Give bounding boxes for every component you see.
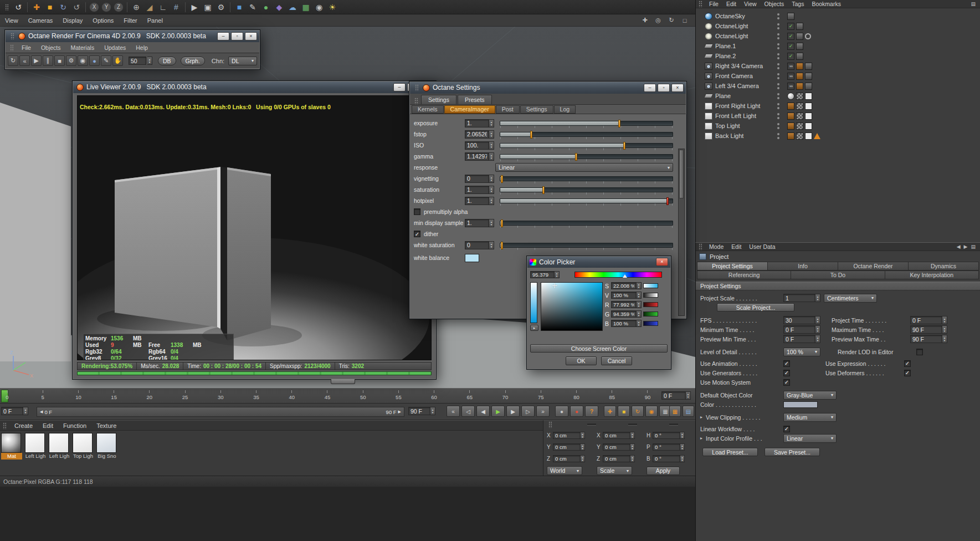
coordinate-system-icon[interactable]: ⊕: [130, 1, 143, 13]
current-frame-input[interactable]: [661, 391, 686, 400]
response-dropdown[interactable]: Linear: [495, 163, 673, 172]
timeline-start-input[interactable]: [1, 407, 23, 415]
material-thumbnail[interactable]: [49, 433, 69, 453]
layout-button[interactable]: ▤: [683, 406, 694, 417]
menu-file[interactable]: File: [17, 44, 36, 51]
preview-min-time-stepper[interactable]: [815, 335, 820, 343]
visibility-dots-icon[interactable]: [777, 113, 780, 120]
visibility-dots-icon[interactable]: [777, 53, 780, 60]
close-button[interactable]: [671, 84, 684, 92]
white-balance-swatch[interactable]: [465, 254, 479, 262]
lock-x-icon[interactable]: X: [89, 2, 99, 12]
play-button[interactable]: ▶: [491, 406, 505, 417]
samples-input[interactable]: [129, 57, 146, 65]
ok-button[interactable]: OK: [566, 356, 597, 365]
color-value-input[interactable]: [530, 271, 555, 278]
hotpixel-slider[interactable]: [500, 198, 673, 203]
octane-tag-icon[interactable]: [787, 13, 794, 20]
render-picture-icon[interactable]: ▣: [201, 1, 214, 13]
cube-icon[interactable]: ■: [233, 1, 246, 13]
size-y-stepper[interactable]: [630, 443, 635, 451]
visibility-dots-icon[interactable]: [777, 23, 780, 30]
move-tool-icon[interactable]: ✚: [30, 1, 43, 13]
menu-texture[interactable]: Texture: [91, 422, 121, 429]
minimize-button[interactable]: [217, 32, 229, 40]
fstop-stepper[interactable]: [489, 130, 494, 139]
octane-tag-icon[interactable]: [796, 23, 803, 30]
menu-view[interactable]: View: [0, 17, 23, 24]
expand-arrow-icon[interactable]: [700, 436, 706, 441]
coordinate-mode-dropdown[interactable]: World: [547, 466, 582, 475]
disabled-icon[interactable]: [787, 63, 794, 70]
material-tag-icon[interactable]: [805, 93, 812, 100]
record-parameter-toggle[interactable]: ◉: [645, 406, 658, 417]
use-expression-checkbox[interactable]: [904, 360, 911, 367]
rotation-b-input[interactable]: [653, 455, 680, 462]
pause-button[interactable]: ∥: [43, 55, 53, 66]
iso-input[interactable]: [465, 141, 489, 150]
object-row[interactable]: Plane.1: [696, 41, 980, 51]
graph-button[interactable]: Grph.: [181, 57, 205, 65]
position-x-input[interactable]: [553, 432, 581, 439]
tab-dynamics[interactable]: Dynamics: [909, 262, 979, 270]
menu-objects[interactable]: Objects: [761, 1, 788, 7]
vignetting-stepper[interactable]: [489, 175, 494, 183]
pan-view-icon[interactable]: ✚: [640, 16, 650, 25]
menu-create[interactable]: Create: [9, 422, 38, 429]
save-preset-button[interactable]: Save Preset...: [764, 448, 820, 456]
size-z-input[interactable]: [603, 455, 630, 462]
record-scale-toggle[interactable]: ■: [618, 406, 630, 417]
refresh-button[interactable]: ↻: [8, 55, 18, 66]
last-tool-icon[interactable]: ↺: [70, 1, 83, 13]
menu-function[interactable]: Function: [58, 422, 91, 429]
goto-start-button[interactable]: «: [447, 406, 460, 417]
preview-range-slider[interactable]: 0 F 90 F: [37, 407, 404, 417]
object-name[interactable]: Plane.1: [715, 43, 777, 49]
prev-object-button[interactable]: ◀: [957, 244, 961, 249]
value-bar[interactable]: [530, 282, 537, 323]
subtab-log[interactable]: Log: [554, 105, 576, 114]
minimize-button[interactable]: [644, 84, 656, 92]
tab-to-do[interactable]: To Do: [791, 270, 885, 279]
next-frame-button[interactable]: ▶: [506, 406, 520, 417]
camera-tag-icon[interactable]: [796, 73, 803, 80]
scale-project-button[interactable]: Scale Project...: [717, 303, 794, 312]
pan-hand-button[interactable]: ✋: [112, 55, 123, 66]
current-frame-stepper[interactable]: [686, 391, 691, 400]
material-tag-icon[interactable]: [805, 113, 812, 120]
snap-icon[interactable]: #: [170, 1, 183, 13]
timeline-ruler[interactable]: 0 5 10 15 20 25 30 35 40 45 50 55 60 65 …: [0, 388, 695, 404]
deformer-icon[interactable]: ◆: [273, 1, 286, 13]
maximize-button[interactable]: [658, 84, 670, 92]
visibility-dots-icon[interactable]: [777, 93, 780, 100]
display-tag-icon[interactable]: [805, 83, 812, 90]
object-name[interactable]: Back Light: [715, 132, 777, 139]
view-clipping-dropdown[interactable]: Medium: [783, 413, 837, 422]
object-row[interactable]: Front Right Light: [696, 101, 980, 111]
menu-tags[interactable]: Tags: [788, 1, 808, 7]
rotation-b-stepper[interactable]: [680, 455, 685, 462]
apply-button[interactable]: Apply: [647, 467, 680, 475]
menu-file[interactable]: File: [705, 1, 722, 7]
tab-settings[interactable]: Settings: [421, 95, 456, 104]
v-channel-stepper[interactable]: [637, 292, 642, 299]
visibility-dots-icon[interactable]: [777, 83, 780, 90]
visibility-dots-icon[interactable]: [777, 63, 780, 70]
panel-menu-icon[interactable]: ▤: [971, 244, 976, 249]
display-tag-icon[interactable]: [805, 63, 812, 70]
menu-filter[interactable]: Filter: [119, 17, 142, 24]
object-name[interactable]: Left 3/4 Camera: [715, 83, 777, 89]
material-thumbnail[interactable]: [73, 433, 93, 453]
menu-edit[interactable]: Edit: [722, 1, 740, 7]
rotate-view-icon[interactable]: ↻: [666, 16, 676, 25]
render-lod-checkbox[interactable]: [916, 349, 923, 355]
disabled-icon[interactable]: [787, 83, 794, 90]
menu-updates[interactable]: Updates: [99, 44, 131, 51]
fps-input[interactable]: [783, 316, 815, 324]
iso-stepper[interactable]: [489, 141, 494, 150]
material-item[interactable]: Left Ligh: [49, 433, 70, 460]
object-row[interactable]: Left 3/4 Camera: [696, 81, 980, 91]
saturation-slider[interactable]: [500, 187, 673, 192]
menu-options[interactable]: Options: [88, 17, 119, 24]
close-button[interactable]: [245, 32, 257, 40]
